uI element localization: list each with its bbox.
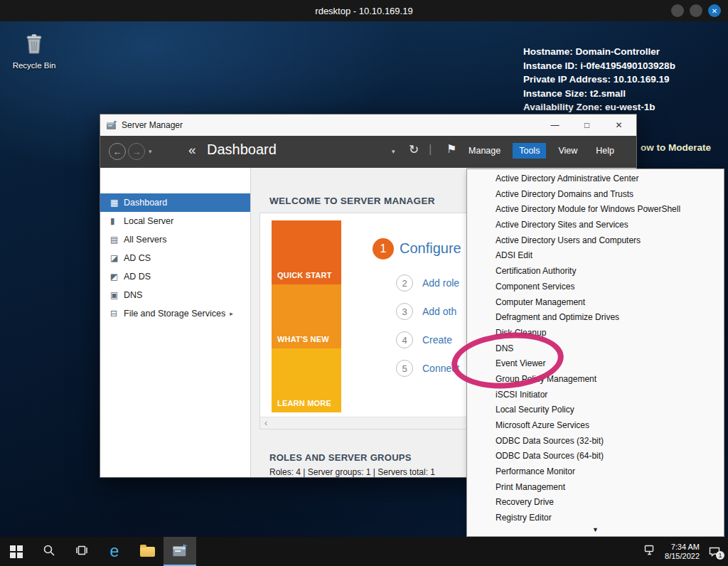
step-number-circle: 5 — [396, 360, 413, 377]
sidebar-item-local-server[interactable]: ▮ Local Server — [100, 212, 250, 230]
configure-server-link[interactable]: Configure — [400, 240, 461, 257]
start-button[interactable] — [0, 537, 33, 566]
instance-info-line: Availability Zone: eu-west-1b — [523, 100, 675, 114]
tools-menu-item[interactable]: Registry Editor — [467, 511, 724, 526]
step-number-circle: 4 — [396, 331, 413, 348]
welcome-heading: WELCOME TO SERVER MANAGER — [269, 196, 435, 206]
tools-menu-item[interactable]: Microsoft Azure Services — [467, 418, 724, 434]
scroll-left-icon[interactable]: ‹ — [264, 417, 267, 429]
instance-info-line: Hostname: Domain-Controller — [523, 45, 675, 59]
file-explorer-button[interactable] — [131, 537, 164, 566]
menu-tools[interactable]: Tools — [513, 143, 546, 159]
maximize-button[interactable]: □ — [571, 114, 603, 136]
sidebar-item-all-servers[interactable]: ▤ All Servers — [100, 230, 250, 249]
tools-menu-item[interactable]: Active Directory Sites and Services — [467, 218, 724, 233]
ad-cs-icon: ◪ — [110, 253, 124, 263]
rdesktop-titlebar: rdesktop - 10.10.169.19 ✕ — [0, 0, 728, 21]
clock-date: 8/15/2022 — [665, 552, 700, 561]
file-storage-icon: ⊟ — [110, 309, 124, 319]
search-button[interactable] — [33, 537, 65, 566]
server-manager-taskbar-button[interactable] — [164, 537, 196, 566]
menu-view[interactable]: View — [552, 143, 584, 159]
task-view-icon — [75, 545, 88, 559]
sidebar-item-label: DNS — [124, 290, 142, 300]
tools-menu-item[interactable]: Active Directory Users and Computers — [467, 233, 724, 249]
breadcrumb-dropdown-icon[interactable]: ▾ — [392, 148, 395, 155]
rdesktop-window-controls: ✕ — [671, 4, 721, 17]
sidebar-item-dns[interactable]: ▣ DNS — [100, 286, 250, 304]
sidebar-item-label: AD CS — [124, 253, 151, 263]
tools-menu-item[interactable]: Local Security Policy — [467, 402, 724, 418]
tools-menu-item[interactable]: Active Directory Module for Windows Powe… — [467, 202, 724, 218]
back-button[interactable]: ← — [109, 143, 126, 160]
roles-summary: Roles: 4 | Server groups: 1 | Servers to… — [269, 467, 435, 477]
menu-manage[interactable]: Manage — [462, 143, 507, 159]
rdesktop-title: rdesktop - 10.10.169.19 — [315, 6, 412, 16]
menu-scroll-down-icon[interactable]: ▼ — [467, 525, 724, 535]
step-number-circle: 2 — [396, 274, 413, 292]
menu-help[interactable]: Help — [589, 143, 621, 159]
tools-menu-item[interactable]: iSCSI Initiator — [467, 388, 724, 403]
quick-start-tile[interactable]: QUICK START — [272, 220, 341, 284]
expand-arrow-icon: ▸ — [230, 310, 233, 317]
maximize-circle-button[interactable] — [690, 4, 702, 17]
search-icon — [43, 544, 55, 560]
step-link[interactable]: Add oth — [422, 306, 456, 317]
tools-menu-item[interactable]: Defragment and Optimize Drives — [467, 310, 724, 326]
all-servers-icon: ▤ — [110, 235, 124, 245]
tools-menu-item[interactable]: Active Directory Domains and Trusts — [467, 187, 724, 203]
instance-info-line: Instance ID: i-0fe4195490103928b — [523, 59, 675, 73]
sidebar-item-label: Dashboard — [124, 198, 167, 208]
learn-more-tile[interactable]: LEARN MORE — [272, 348, 341, 412]
partial-desktop-text: ow to Moderate — [641, 142, 711, 153]
server-manager-icon — [106, 119, 117, 131]
sidebar-item-label: File and Storage Services — [124, 309, 225, 319]
task-view-button[interactable] — [65, 537, 98, 566]
recycle-bin-shortcut[interactable]: Recycle Bin — [9, 28, 60, 70]
dashboard-icon: ▦ — [110, 198, 124, 208]
system-tray: 7:34 AM 8/15/2022 1 — [644, 537, 728, 566]
tools-menu-item[interactable]: Recovery Drive — [467, 495, 724, 511]
screen: rdesktop - 10.10.169.19 ✕ Recycle Bin Ho… — [0, 0, 728, 566]
tools-menu-item[interactable]: Component Services — [467, 279, 724, 295]
notifications-flag-icon[interactable]: ⚑ — [446, 142, 456, 156]
refresh-icon[interactable]: ↻ — [409, 142, 419, 157]
tools-menu-item[interactable]: ODBC Data Sources (64-bit) — [467, 449, 724, 464]
tile-label: LEARN MORE — [277, 399, 331, 407]
internet-explorer-button[interactable]: e — [98, 537, 131, 566]
breadcrumb-chevrons-icon: « — [188, 142, 196, 158]
menubar: Manage Tools View Help — [462, 143, 621, 159]
forward-button[interactable]: → — [128, 143, 145, 160]
step-link[interactable]: Add role — [422, 277, 459, 289]
whats-new-tile[interactable]: WHAT'S NEW — [272, 284, 341, 348]
tools-menu-item[interactable]: Performance Monitor — [467, 464, 724, 480]
tools-menu-item[interactable]: ODBC Data Sources (32-bit) — [467, 434, 724, 449]
sidebar-item-ad-ds[interactable]: ◩ AD DS — [100, 267, 250, 286]
internet-explorer-icon: e — [110, 543, 119, 560]
taskbar-clock[interactable]: 7:34 AM 8/15/2022 — [665, 543, 700, 561]
step-number-circle: 1 — [373, 238, 394, 260]
sidebar-item-dashboard[interactable]: ▦ Dashboard — [100, 193, 250, 212]
close-circle-button[interactable]: ✕ — [708, 4, 721, 17]
minimize-button[interactable]: — — [539, 114, 571, 136]
tools-menu-item[interactable]: ADSI Edit — [467, 248, 724, 264]
sidebar-item-label: Local Server — [124, 216, 173, 226]
sidebar-item-file-storage-services[interactable]: ⊟ File and Storage Services ▸ — [100, 304, 250, 323]
minimize-circle-button[interactable] — [671, 4, 684, 17]
tools-menu-item[interactable]: Computer Management — [467, 295, 724, 311]
notification-center-button[interactable]: 1 — [708, 546, 721, 557]
step-number-circle: 3 — [396, 303, 413, 320]
sidebar: ▦ Dashboard ▮ Local Server ▤ All Servers… — [100, 168, 251, 477]
network-icon[interactable] — [644, 545, 656, 558]
close-button[interactable]: ✕ — [603, 114, 635, 136]
notification-count-badge: 1 — [716, 551, 724, 560]
tools-menu-item[interactable]: Active Directory Administrative Center — [467, 171, 724, 187]
sidebar-item-ad-cs[interactable]: ◪ AD CS — [100, 249, 250, 267]
history-dropdown-icon[interactable]: ▾ — [149, 148, 152, 155]
tools-menu-item[interactable]: Certification Authority — [467, 264, 724, 279]
tools-menu-item[interactable]: Print Management — [467, 480, 724, 496]
window-titlebar[interactable]: Server Manager — □ ✕ — [100, 114, 636, 136]
breadcrumb[interactable]: Dashboard — [207, 142, 277, 158]
taskbar: e — [0, 537, 728, 566]
step-link[interactable]: Create — [422, 334, 452, 346]
